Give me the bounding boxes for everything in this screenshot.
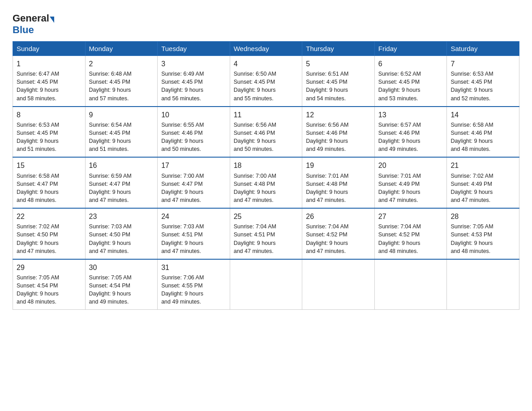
day-info: Sunrise: 7:00 AMSunset: 4:48 PMDaylight:…: [234, 172, 299, 205]
day-info: Sunrise: 6:53 AMSunset: 4:45 PMDaylight:…: [17, 121, 82, 154]
day-cell-9: 9Sunrise: 6:54 AMSunset: 4:45 PMDaylight…: [85, 107, 158, 158]
day-cell-7: 7Sunrise: 6:53 AMSunset: 4:45 PMDaylight…: [447, 56, 519, 107]
day-number: 3: [161, 59, 226, 69]
day-number: 12: [306, 110, 371, 120]
day-number: 25: [234, 211, 299, 222]
day-number: 20: [378, 160, 443, 171]
day-info: Sunrise: 7:04 AMSunset: 4:52 PMDaylight:…: [378, 223, 443, 255]
day-cell-25: 25Sunrise: 7:04 AMSunset: 4:51 PMDayligh…: [230, 208, 302, 259]
day-number: 7: [450, 59, 515, 69]
day-cell-19: 19Sunrise: 7:01 AMSunset: 4:48 PMDayligh…: [302, 157, 375, 208]
day-number: 9: [89, 110, 154, 120]
day-info: Sunrise: 7:03 AMSunset: 4:51 PMDaylight:…: [161, 223, 226, 255]
day-cell-29: 29Sunrise: 7:05 AMSunset: 4:54 PMDayligh…: [13, 259, 86, 310]
weekday-header-friday: Friday: [374, 42, 447, 56]
day-cell-15: 15Sunrise: 6:58 AMSunset: 4:47 PMDayligh…: [13, 157, 86, 208]
day-number: 8: [17, 110, 82, 120]
day-cell-17: 17Sunrise: 7:00 AMSunset: 4:47 PMDayligh…: [158, 157, 230, 208]
day-number: 13: [378, 110, 443, 120]
empty-cell: [374, 259, 447, 310]
day-number: 24: [161, 211, 226, 222]
week-row-5: 29Sunrise: 7:05 AMSunset: 4:54 PMDayligh…: [13, 259, 519, 310]
day-info: Sunrise: 7:05 AMSunset: 4:54 PMDaylight:…: [89, 274, 154, 306]
day-info: Sunrise: 7:06 AMSunset: 4:55 PMDaylight:…: [161, 274, 226, 306]
weekday-header-row: SundayMondayTuesdayWednesdayThursdayFrid…: [13, 42, 519, 56]
day-cell-16: 16Sunrise: 6:59 AMSunset: 4:47 PMDayligh…: [85, 157, 158, 208]
day-number: 26: [306, 211, 371, 222]
day-info: Sunrise: 7:02 AMSunset: 4:50 PMDaylight:…: [17, 223, 82, 255]
day-cell-4: 4Sunrise: 6:50 AMSunset: 4:45 PMDaylight…: [230, 56, 302, 107]
day-number: 19: [306, 160, 371, 171]
empty-cell: [230, 259, 302, 310]
day-number: 23: [89, 211, 154, 222]
day-info: Sunrise: 6:59 AMSunset: 4:47 PMDaylight:…: [89, 172, 154, 205]
day-number: 14: [450, 110, 515, 120]
day-cell-5: 5Sunrise: 6:51 AMSunset: 4:45 PMDaylight…: [302, 56, 375, 107]
day-number: 4: [234, 59, 299, 69]
day-cell-31: 31Sunrise: 7:06 AMSunset: 4:55 PMDayligh…: [158, 259, 230, 310]
calendar-table: SundayMondayTuesdayWednesdayThursdayFrid…: [13, 41, 519, 310]
logo-general-text: General: [13, 13, 49, 24]
day-info: Sunrise: 6:51 AMSunset: 4:45 PMDaylight:…: [306, 70, 371, 103]
day-cell-22: 22Sunrise: 7:02 AMSunset: 4:50 PMDayligh…: [13, 208, 86, 259]
day-cell-8: 8Sunrise: 6:53 AMSunset: 4:45 PMDaylight…: [13, 107, 86, 158]
week-row-1: 1Sunrise: 6:47 AMSunset: 4:45 PMDaylight…: [13, 56, 519, 107]
day-number: 31: [161, 262, 226, 273]
day-cell-30: 30Sunrise: 7:05 AMSunset: 4:54 PMDayligh…: [85, 259, 158, 310]
day-cell-14: 14Sunrise: 6:58 AMSunset: 4:46 PMDayligh…: [447, 107, 519, 158]
day-info: Sunrise: 7:04 AMSunset: 4:51 PMDaylight:…: [234, 223, 299, 255]
day-info: Sunrise: 7:05 AMSunset: 4:53 PMDaylight:…: [450, 223, 515, 255]
day-cell-2: 2Sunrise: 6:48 AMSunset: 4:45 PMDaylight…: [85, 56, 158, 107]
weekday-header-monday: Monday: [85, 42, 158, 56]
page-header: General Blue: [13, 11, 519, 36]
day-number: 1: [17, 59, 82, 69]
day-cell-6: 6Sunrise: 6:52 AMSunset: 4:45 PMDaylight…: [374, 56, 447, 107]
day-info: Sunrise: 7:01 AMSunset: 4:48 PMDaylight:…: [306, 172, 371, 205]
day-info: Sunrise: 6:48 AMSunset: 4:45 PMDaylight:…: [89, 70, 154, 103]
day-cell-3: 3Sunrise: 6:49 AMSunset: 4:45 PMDaylight…: [158, 56, 230, 107]
day-number: 6: [378, 59, 443, 69]
logo-blue-text: Blue: [13, 24, 34, 35]
day-number: 17: [161, 160, 226, 171]
day-number: 21: [450, 160, 515, 171]
empty-cell: [302, 259, 375, 310]
day-number: 16: [89, 160, 154, 171]
day-cell-10: 10Sunrise: 6:55 AMSunset: 4:46 PMDayligh…: [158, 107, 230, 158]
day-info: Sunrise: 6:58 AMSunset: 4:46 PMDaylight:…: [450, 121, 515, 154]
day-info: Sunrise: 6:54 AMSunset: 4:45 PMDaylight:…: [89, 121, 154, 154]
day-cell-20: 20Sunrise: 7:01 AMSunset: 4:49 PMDayligh…: [374, 157, 447, 208]
day-number: 29: [17, 262, 82, 273]
day-cell-23: 23Sunrise: 7:03 AMSunset: 4:50 PMDayligh…: [85, 208, 158, 259]
day-cell-13: 13Sunrise: 6:57 AMSunset: 4:46 PMDayligh…: [374, 107, 447, 158]
day-info: Sunrise: 6:56 AMSunset: 4:46 PMDaylight:…: [306, 121, 371, 154]
day-info: Sunrise: 6:47 AMSunset: 4:45 PMDaylight:…: [17, 70, 82, 103]
week-row-2: 8Sunrise: 6:53 AMSunset: 4:45 PMDaylight…: [13, 107, 519, 158]
day-number: 18: [234, 160, 299, 171]
day-cell-21: 21Sunrise: 7:02 AMSunset: 4:49 PMDayligh…: [447, 157, 519, 208]
day-number: 27: [378, 211, 443, 222]
day-info: Sunrise: 6:55 AMSunset: 4:46 PMDaylight:…: [161, 121, 226, 154]
day-info: Sunrise: 6:53 AMSunset: 4:45 PMDaylight:…: [450, 70, 515, 103]
day-info: Sunrise: 6:58 AMSunset: 4:47 PMDaylight:…: [17, 172, 82, 205]
logo: General Blue: [13, 13, 55, 36]
weekday-header-tuesday: Tuesday: [158, 42, 230, 56]
day-info: Sunrise: 7:01 AMSunset: 4:49 PMDaylight:…: [378, 172, 443, 205]
weekday-header-thursday: Thursday: [302, 42, 375, 56]
day-info: Sunrise: 6:49 AMSunset: 4:45 PMDaylight:…: [161, 70, 226, 103]
day-number: 10: [161, 110, 226, 120]
day-info: Sunrise: 6:52 AMSunset: 4:45 PMDaylight:…: [378, 70, 443, 103]
logo-arrow-icon: [50, 17, 54, 23]
day-info: Sunrise: 6:50 AMSunset: 4:45 PMDaylight:…: [234, 70, 299, 103]
day-info: Sunrise: 7:05 AMSunset: 4:54 PMDaylight:…: [17, 274, 82, 306]
day-info: Sunrise: 7:00 AMSunset: 4:47 PMDaylight:…: [161, 172, 226, 205]
weekday-header-saturday: Saturday: [447, 42, 519, 56]
day-cell-18: 18Sunrise: 7:00 AMSunset: 4:48 PMDayligh…: [230, 157, 302, 208]
day-cell-11: 11Sunrise: 6:56 AMSunset: 4:46 PMDayligh…: [230, 107, 302, 158]
day-info: Sunrise: 6:56 AMSunset: 4:46 PMDaylight:…: [234, 121, 299, 154]
day-cell-12: 12Sunrise: 6:56 AMSunset: 4:46 PMDayligh…: [302, 107, 375, 158]
day-info: Sunrise: 7:04 AMSunset: 4:52 PMDaylight:…: [306, 223, 371, 255]
day-info: Sunrise: 7:02 AMSunset: 4:49 PMDaylight:…: [450, 172, 515, 205]
empty-cell: [447, 259, 519, 310]
day-number: 5: [306, 59, 371, 69]
day-cell-1: 1Sunrise: 6:47 AMSunset: 4:45 PMDaylight…: [13, 56, 86, 107]
